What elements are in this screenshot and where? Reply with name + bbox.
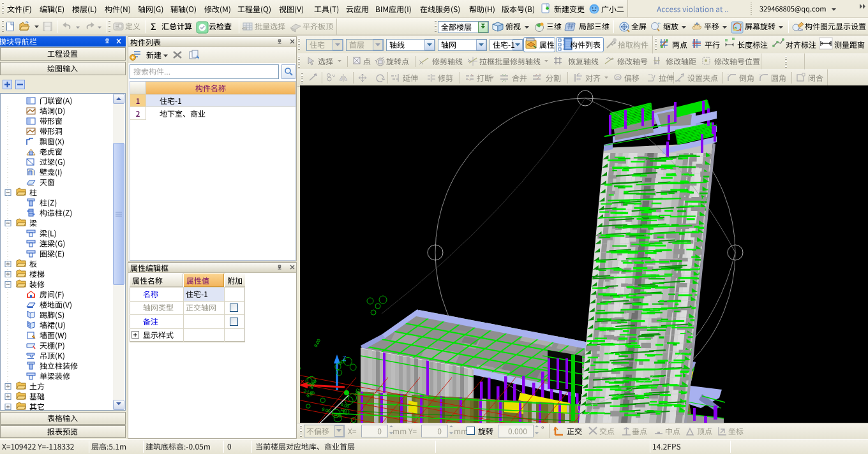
svg-text:9.00: 9.00 (313, 338, 322, 348)
svg-text:3600: 3600 (309, 379, 318, 390)
svg-text:900: 900 (338, 358, 347, 365)
svg-text:HG: HG (300, 365, 302, 372)
svg-text:HG: HG (340, 407, 348, 413)
svg-text:×: × (300, 377, 304, 385)
svg-text:9.00: 9.00 (322, 407, 331, 413)
